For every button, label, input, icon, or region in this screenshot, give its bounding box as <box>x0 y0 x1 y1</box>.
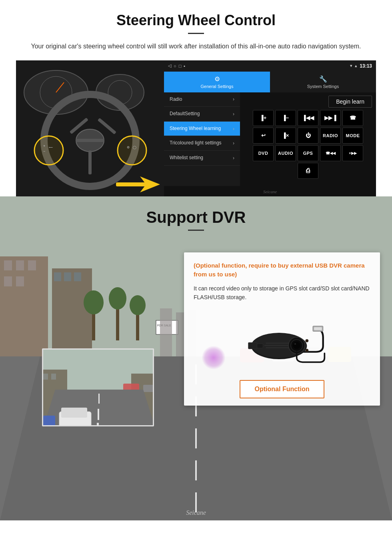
dvr-title-area: Support DVR <box>0 196 392 236</box>
ctrl-vol-down[interactable]: ▐− <box>275 110 296 126</box>
menu-item-defaultsetting[interactable]: DefaultSetting › <box>164 107 240 122</box>
svg-point-13 <box>118 136 146 165</box>
svg-point-68 <box>82 425 88 426</box>
svg-point-12 <box>34 136 63 165</box>
svg-rect-57 <box>51 374 56 380</box>
ctrl-screenshot[interactable]: ⎙ <box>298 163 318 179</box>
svg-rect-69 <box>43 416 55 426</box>
begin-learn-button[interactable]: Begin learn <box>328 96 372 108</box>
signal-icon: ▾ <box>350 63 352 68</box>
menu-whitelist-label: Whitelist setting <box>170 155 203 161</box>
dvr-info-card: (Optional function, require to buy exter… <box>184 252 380 406</box>
statusbar-right-icons: ▾ ▴ 13:13 <box>350 63 372 69</box>
dvr-divider <box>188 230 204 231</box>
tab-general-settings[interactable]: ⚙ General Settings <box>164 72 270 92</box>
back-icon: ◁ <box>168 63 171 68</box>
dvr-description: It can record video only to storage in G… <box>194 284 370 302</box>
chevron-icon-radio: › <box>233 96 234 102</box>
ctrl-audio[interactable]: AUDIO <box>275 145 296 161</box>
begin-learn-row: Begin learn <box>242 95 374 108</box>
ctrl-gps[interactable]: GPS <box>298 145 318 161</box>
system-icon: 🔧 <box>319 75 327 83</box>
wifi-icon: ▴ <box>355 63 357 68</box>
light-effect <box>202 346 226 370</box>
svg-rect-60 <box>143 385 153 392</box>
android-content-area: Radio › DefaultSetting › Steering Wheel … <box>164 92 376 186</box>
ctrl-mode[interactable]: MODE <box>342 128 363 144</box>
svg-rect-62 <box>98 394 100 404</box>
ctrl-phone-prev[interactable]: ☎◀◀ <box>320 145 341 161</box>
ctrl-row-1: ▐+ ▐− ▐◀◀ ▶▶▐ ☎ <box>242 110 374 126</box>
dvr-camera-image <box>194 310 370 374</box>
ctrl-radio[interactable]: RADIO <box>320 128 341 144</box>
optional-function-button[interactable]: Optional Function <box>240 380 325 398</box>
tab-system-label: System Settings <box>307 84 339 89</box>
settings-menu: Radio › DefaultSetting › Steering Wheel … <box>164 92 240 186</box>
svg-rect-84 <box>248 343 257 349</box>
svg-point-79 <box>293 342 300 349</box>
svg-rect-9 <box>88 150 92 174</box>
steering-screenshot: + − ⟵ ⚙ ◯ ◁ ○ □ ▪ <box>16 60 376 196</box>
android-panel: ◁ ○ □ ▪ ▾ ▴ 13:13 ⚙ General Settings <box>164 60 376 196</box>
ctrl-prev-track[interactable]: ▐◀◀ <box>298 110 318 126</box>
menu-icon: ▪ <box>184 64 185 68</box>
dvr-camera-svg <box>238 318 326 366</box>
seicane-watermark: Seicane <box>186 509 206 516</box>
svg-text:⟵: ⟵ <box>49 146 53 149</box>
steering-wheel-photo: + − ⟵ ⚙ ◯ <box>16 60 164 196</box>
ctrl-phone-next[interactable]: ×▶▶ <box>342 145 363 161</box>
svg-point-82 <box>306 349 308 352</box>
dvr-optional-text: (Optional function, require to buy exter… <box>194 261 370 279</box>
menu-item-tricoloured[interactable]: Tricoloured light settings › <box>164 136 240 151</box>
ctrl-row-2: ↩ ▐× ⏻ RADIO MODE <box>242 128 374 144</box>
chevron-icon-default: › <box>233 111 234 117</box>
steering-controls: Begin learn ▐+ ▐− ▐◀◀ ▶▶▐ ☎ ↩ ▐× ⏻ <box>240 92 376 186</box>
ctrl-next-track[interactable]: ▶▶▐ <box>320 110 341 126</box>
title-divider <box>188 33 204 34</box>
ctrl-phone[interactable]: ☎ <box>342 110 363 126</box>
svg-text:◯: ◯ <box>133 146 136 149</box>
svg-rect-64 <box>97 423 99 426</box>
dashcam-view-svg <box>43 350 154 426</box>
recents-icon: □ <box>179 64 182 68</box>
android-statusbar: ◁ ○ □ ▪ ▾ ▴ 13:13 <box>164 60 376 72</box>
chevron-icon-steering: › <box>233 126 234 132</box>
menu-default-label: DefaultSetting <box>170 111 200 117</box>
dvr-section: FOR SALE Support DVR <box>0 196 392 520</box>
steering-wheel-svg: + − ⟵ ⚙ ◯ <box>16 60 164 196</box>
svg-rect-20 <box>116 182 146 186</box>
svg-point-81 <box>306 340 308 342</box>
ctrl-dvd[interactable]: DVD <box>253 145 274 161</box>
menu-item-radio[interactable]: Radio › <box>164 92 240 107</box>
svg-text:⚙: ⚙ <box>127 146 130 149</box>
android-watermark: Seicane <box>263 189 277 194</box>
menu-radio-label: Radio <box>170 96 182 103</box>
menu-item-whitelist[interactable]: Whitelist setting › <box>164 151 240 166</box>
svg-text:−: − <box>43 149 45 153</box>
svg-point-67 <box>62 425 68 426</box>
chevron-icon-tricoloured: › <box>233 140 234 146</box>
ctrl-hang-up[interactable]: ↩ <box>253 128 274 144</box>
svg-rect-71 <box>314 327 322 330</box>
tab-general-label: General Settings <box>201 84 234 89</box>
steering-title: Steering Wheel Control <box>16 12 376 29</box>
ctrl-vol-up[interactable]: ▐+ <box>253 110 274 126</box>
statusbar-time: 13:13 <box>360 63 372 69</box>
svg-rect-63 <box>98 409 99 420</box>
tab-system-settings[interactable]: 🔧 System Settings <box>270 72 376 92</box>
svg-rect-43 <box>195 460 197 480</box>
menu-steering-label: Steering Wheel learning <box>170 126 221 132</box>
menu-item-steering-learning[interactable]: Steering Wheel learning › <box>164 122 240 136</box>
svg-point-80 <box>294 343 296 345</box>
ctrl-mute[interactable]: ▐× <box>275 128 296 144</box>
home-icon: ○ <box>174 64 176 68</box>
ctrl-row-3: DVD AUDIO GPS ☎◀◀ ×▶▶ <box>242 145 374 161</box>
ctrl-power[interactable]: ⏻ <box>298 128 318 144</box>
gear-icon: ⚙ <box>214 75 220 83</box>
svg-rect-66 <box>61 408 87 418</box>
dvr-left-panel <box>12 244 184 426</box>
steering-description: Your original car's steering wheel contr… <box>16 41 376 52</box>
svg-text:+: + <box>43 144 45 148</box>
svg-rect-8 <box>76 139 104 142</box>
dvr-title: Support DVR <box>0 208 392 226</box>
